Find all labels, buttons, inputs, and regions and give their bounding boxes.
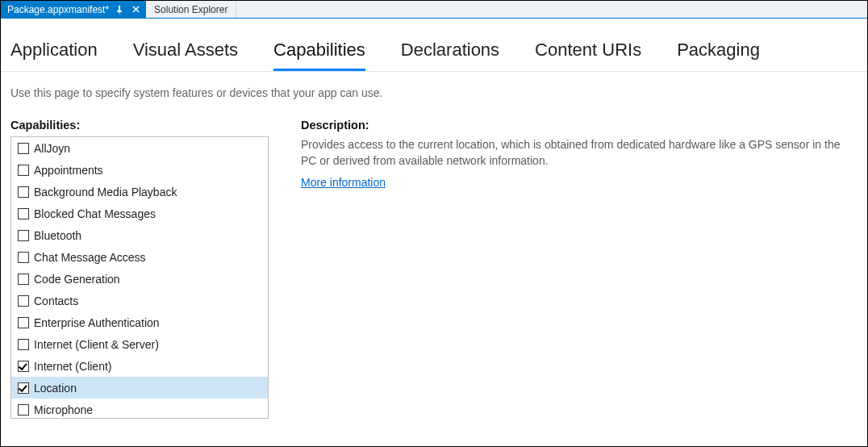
capability-item[interactable]: Code Generation: [11, 268, 268, 290]
capability-label: Code Generation: [34, 273, 120, 286]
content-area: Capabilities: AllJoynAppointmentsBackgro…: [1, 119, 867, 419]
capability-item[interactable]: Appointments: [11, 159, 268, 181]
manifest-tab-bar: ApplicationVisual AssetsCapabilitiesDecl…: [1, 19, 867, 72]
capability-label: Location: [34, 382, 77, 395]
capability-checkbox[interactable]: [18, 295, 29, 307]
capability-item[interactable]: Internet (Client & Server): [11, 333, 268, 355]
capability-checkbox[interactable]: [18, 208, 29, 219]
capability-item[interactable]: Background Media Playback: [11, 181, 268, 203]
manifest-editor: ApplicationVisual AssetsCapabilitiesDecl…: [1, 19, 867, 419]
capabilities-column: Capabilities: AllJoynAppointmentsBackgro…: [10, 119, 269, 419]
document-tab-strip: Package.appxmanifest* Solution Explorer: [1, 1, 867, 19]
capability-label: Blocked Chat Messages: [34, 207, 156, 220]
document-tab-active[interactable]: Package.appxmanifest*: [1, 1, 146, 18]
capability-label: Appointments: [34, 164, 103, 177]
description-column: Description: Provides access to the curr…: [301, 119, 858, 419]
capability-label: Background Media Playback: [34, 186, 177, 198]
capability-checkbox[interactable]: [18, 165, 29, 176]
document-tab-label: Solution Explorer: [154, 4, 227, 15]
capability-item[interactable]: Location: [11, 377, 268, 399]
help-text: Use this page to specify system features…: [1, 72, 867, 119]
capability-label: Bluetooth: [34, 229, 81, 242]
capability-label: Microphone: [34, 403, 93, 416]
capability-checkbox[interactable]: [18, 382, 29, 394]
more-information-link[interactable]: More information: [301, 176, 386, 189]
capabilities-listbox[interactable]: AllJoynAppointmentsBackground Media Play…: [10, 136, 269, 419]
pin-icon[interactable]: [114, 4, 125, 15]
capability-item[interactable]: Enterprise Authentication: [11, 311, 268, 333]
manifest-tab-application[interactable]: Application: [10, 35, 98, 71]
capability-item[interactable]: Internet (Client): [11, 355, 268, 377]
capability-label: Contacts: [34, 295, 78, 307]
capability-item[interactable]: Chat Message Access: [11, 246, 268, 268]
capability-checkbox[interactable]: [18, 339, 29, 350]
capability-checkbox[interactable]: [18, 274, 29, 285]
capability-item[interactable]: Microphone: [11, 399, 268, 419]
close-icon[interactable]: [130, 4, 141, 15]
capability-item[interactable]: Bluetooth: [11, 224, 268, 246]
capability-checkbox[interactable]: [18, 252, 29, 263]
manifest-tab-capabilities[interactable]: Capabilities: [273, 35, 365, 71]
capability-checkbox[interactable]: [18, 404, 29, 416]
capability-item[interactable]: Blocked Chat Messages: [11, 203, 268, 224]
capability-checkbox[interactable]: [18, 230, 29, 241]
capability-item[interactable]: AllJoyn: [11, 137, 268, 159]
manifest-tab-packaging[interactable]: Packaging: [677, 35, 760, 71]
capability-checkbox[interactable]: [18, 317, 29, 328]
capability-label: Enterprise Authentication: [34, 316, 160, 329]
capabilities-heading: Capabilities:: [10, 119, 269, 132]
manifest-tab-declarations[interactable]: Declarations: [401, 35, 499, 71]
capability-checkbox[interactable]: [18, 186, 29, 198]
capability-label: Chat Message Access: [34, 251, 146, 264]
capability-checkbox[interactable]: [18, 143, 29, 154]
document-tab-label: Package.appxmanifest*: [7, 4, 109, 15]
description-text: Provides access to the current location,…: [301, 136, 858, 169]
capability-checkbox[interactable]: [18, 361, 29, 372]
document-tab-inactive[interactable]: Solution Explorer: [146, 1, 236, 18]
capability-label: Internet (Client): [34, 360, 111, 373]
manifest-tab-visual-assets[interactable]: Visual Assets: [133, 35, 238, 71]
description-heading: Description:: [301, 119, 858, 132]
capability-label: Internet (Client & Server): [34, 338, 159, 351]
capability-label: AllJoyn: [34, 142, 70, 155]
manifest-tab-content-uris[interactable]: Content URIs: [535, 35, 641, 71]
capability-item[interactable]: Contacts: [11, 290, 268, 311]
